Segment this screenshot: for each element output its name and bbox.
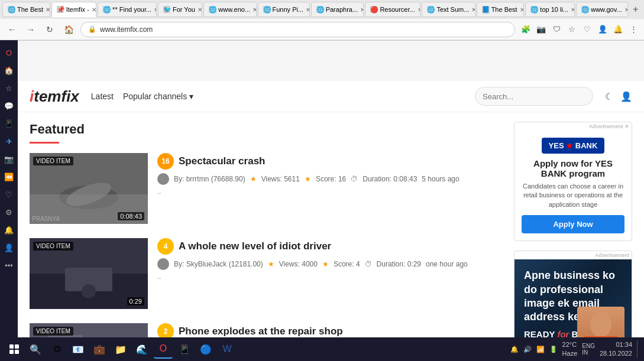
start-button[interactable] — [5, 340, 24, 359]
close-icon[interactable]: ✕ — [92, 6, 96, 13]
taskbar-mail[interactable]: 📧 — [69, 340, 88, 359]
clock-time: 01:34 — [600, 340, 632, 349]
video-title[interactable]: Spectacular crash — [179, 155, 265, 167]
ad-apply-button[interactable]: Apply Now — [522, 215, 624, 233]
address-bar[interactable]: 🔒 www.itemfix.com — [80, 22, 515, 37]
sidebar-item-more[interactable]: ••• — [1, 258, 17, 273]
close-icon[interactable]: ✕ — [46, 6, 50, 13]
tray-icon-1[interactable]: 🔔 — [510, 346, 519, 353]
notification-icon[interactable]: 🔔 — [612, 24, 624, 35]
sidebar-item-messenger[interactable]: 💬 — [1, 98, 17, 113]
tab-text-sum[interactable]: 🌐 Text Sum... ✕ — [422, 2, 475, 17]
taskbar-search[interactable]: 🔍 — [26, 340, 45, 359]
browser-nav-icons: 🧩 📷 🛡 ☆ ♡ 👤 🔔 ⋮ — [520, 24, 639, 35]
taskbar-android[interactable]: 📱 — [175, 340, 194, 359]
tab-label: Resourcer... — [380, 6, 415, 13]
thumb-label: VIDEO ITEM — [33, 327, 73, 336]
svg-point-14 — [590, 311, 611, 337]
sidebar-item-whatsapp[interactable]: 📱 — [1, 116, 17, 131]
section-title: Featured — [30, 122, 502, 137]
close-icon[interactable]: ✕ — [360, 6, 364, 13]
author-name: By: brrrtmn (76688.90) — [174, 175, 245, 183]
video-thumbnail-2[interactable]: VIDEO ITEM 0:29 — [30, 238, 148, 309]
video-title[interactable]: A whole new level of idiot driver — [179, 240, 331, 252]
home-button[interactable]: 🏠 — [62, 22, 76, 37]
tab-the-best-2[interactable]: 📘 The Best ✕ — [477, 2, 525, 17]
tray-icon-2[interactable]: 🔊 — [523, 346, 532, 353]
close-icon[interactable]: ✕ — [418, 6, 421, 13]
video-title[interactable]: Phone explodes at the repair shop — [179, 326, 343, 337]
ad-label: Advertisement — [514, 251, 632, 259]
sidebar-item-bookmarks[interactable]: ☆ — [1, 80, 17, 96]
heart-icon[interactable]: ♡ — [581, 24, 593, 35]
tab-funny-pi[interactable]: 🌐 Funny Pi... ✕ — [258, 2, 310, 17]
nav-popular-channels[interactable]: Popular channels ▾ — [123, 92, 193, 101]
tab-resourcer[interactable]: 🔴 Resourcer... ✕ — [365, 2, 420, 17]
close-icon[interactable]: ✕ — [471, 6, 475, 13]
close-icon[interactable]: ✕ — [571, 6, 575, 13]
tab-top10[interactable]: 🌐 top 10 li... ✕ — [525, 2, 575, 17]
sidebar-item-history[interactable]: ⏪ — [1, 169, 17, 184]
tab-label: Paraphra... — [326, 6, 358, 13]
video-item[interactable]: PRASNYA VIDEO ITEM 0:08:43 16 Spectacula… — [30, 153, 502, 224]
sidebar-item-instagram[interactable]: 📷 — [1, 151, 17, 167]
sidebar-item-downloads[interactable]: ♡ — [1, 187, 17, 202]
account-icon[interactable]: 👤 — [620, 91, 632, 102]
score-value: Score: 16 — [316, 175, 346, 183]
video-thumbnail-1[interactable]: PRASNYA VIDEO ITEM 0:08:43 — [30, 153, 148, 224]
sidebar-item-settings[interactable]: ⚙ — [1, 204, 17, 220]
tab-favicon: 🔴 — [370, 6, 377, 13]
moon-icon[interactable]: ☾ — [605, 91, 613, 102]
profile-icon[interactable]: 👤 — [597, 24, 609, 35]
close-icon[interactable]: ✕ — [253, 6, 256, 13]
tab-itemfix[interactable]: 📌 Itemfix - ✕ — [51, 2, 96, 17]
taskbar-edge[interactable]: 🌊 — [132, 340, 151, 359]
sidebar-item-opera[interactable]: O — [1, 45, 17, 60]
section-title-underline — [30, 142, 59, 144]
tab-paraphra[interactable]: 🌐 Paraphra... ✕ — [311, 2, 364, 17]
video-meta: By: brrrtmn (76688.90) ★ Views: 5611 ★ S… — [157, 173, 502, 185]
taskbar-task-view[interactable]: ⧉ — [47, 340, 66, 359]
tab-for-you[interactable]: 🐦 For You ✕ — [158, 2, 202, 17]
tab-find-your[interactable]: 🌐 ** Find your... ✕ — [98, 2, 157, 17]
bookmark-icon[interactable]: ☆ — [566, 24, 578, 35]
show-desktop-button[interactable] — [637, 340, 639, 358]
search-input[interactable] — [475, 87, 593, 106]
tab-the-best-1[interactable]: 🌐 The Best ✕ — [2, 2, 50, 17]
close-icon[interactable]: ✕ — [520, 6, 525, 13]
taskbar-opera[interactable]: O — [154, 340, 173, 359]
tray-icon-4[interactable]: 🔋 — [549, 346, 558, 353]
taskbar-files[interactable]: 📁 — [111, 340, 130, 359]
taskbar-chrome[interactable]: 🔵 — [196, 340, 215, 359]
site-header: itemfix Latest Popular channels ▾ ☾ 👤 — [18, 81, 644, 112]
url-text: www.itemfix.com — [100, 25, 153, 34]
nav-latest[interactable]: Latest — [91, 92, 114, 101]
back-button[interactable]: ← — [5, 22, 19, 37]
close-icon[interactable]: ✕ — [154, 6, 157, 13]
close-icon[interactable]: ✕ — [306, 6, 310, 13]
site-logo[interactable]: itemfix — [30, 87, 79, 106]
sidebar-item-account[interactable]: 👤 — [1, 240, 17, 255]
menu-icon[interactable]: ⋮ — [627, 24, 639, 35]
reload-button[interactable]: ↻ — [43, 22, 57, 37]
sidebar-item-telegram[interactable]: ✈ — [1, 134, 17, 149]
extensions-icon[interactable]: 🧩 — [520, 24, 532, 35]
tab-label: www.eno... — [218, 6, 250, 13]
tab-www-gov[interactable]: 🌐 www.gov... ✕ — [576, 2, 628, 17]
close-icon[interactable]: ✕ — [624, 6, 629, 13]
tray-icon-3[interactable]: 📶 — [536, 346, 545, 353]
video-title-row: 4 A whole new level of idiot driver — [157, 238, 502, 255]
taskbar-teams[interactable]: 💼 — [90, 340, 109, 359]
forward-button[interactable]: → — [24, 22, 38, 37]
video-item[interactable]: VIDEO ITEM 0:29 4 A whole new level of i… — [30, 238, 502, 309]
taskbar-word[interactable]: W — [218, 340, 237, 359]
sidebar-item-home[interactable]: 🏠 — [1, 63, 17, 78]
tab-favicon: 🌐 — [530, 6, 538, 13]
tab-www-eno[interactable]: 🌐 www.eno... ✕ — [203, 2, 256, 17]
sidebar-item-notifications[interactable]: 🔔 — [1, 222, 17, 238]
camera-icon[interactable]: 📷 — [535, 24, 547, 35]
close-icon[interactable]: ✕ — [198, 6, 202, 13]
main-content: itemfix Latest Popular channels ▾ ☾ 👤 Fe… — [18, 81, 644, 361]
new-tab-button[interactable]: + — [629, 2, 642, 17]
shield-icon[interactable]: 🛡 — [551, 24, 562, 35]
